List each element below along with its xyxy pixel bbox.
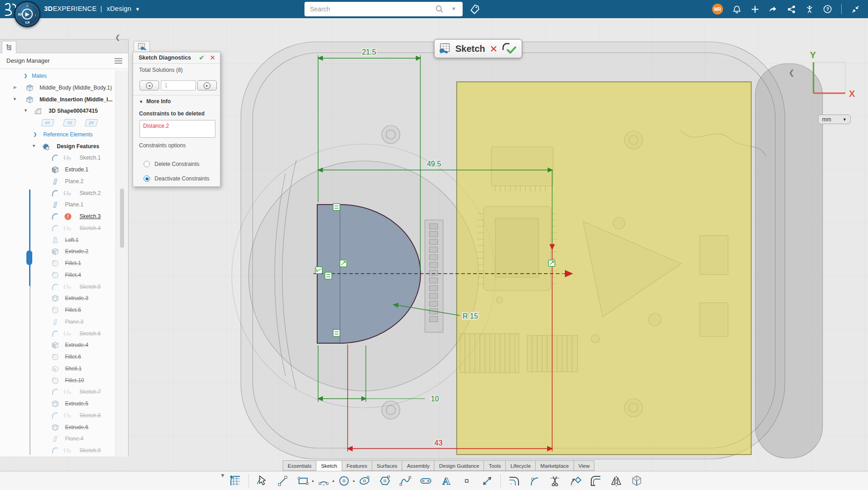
tree-item-sketch-9[interactable]: (-)?Sketch.9 xyxy=(0,445,115,457)
tab-sketch[interactable]: Sketch xyxy=(316,460,341,471)
radio-unchecked-icon[interactable] xyxy=(144,161,150,167)
slot-tool[interactable] xyxy=(419,474,433,488)
fillet-tool[interactable] xyxy=(507,474,521,488)
tree-item-3d-shape00047415[interactable]: ▼3D Shape00047415 xyxy=(0,105,115,117)
tool-dropdown-icon[interactable]: ▲ xyxy=(311,479,314,482)
tab-marketplace[interactable]: Marketplace xyxy=(535,460,574,471)
compass-play-icon[interactable]: ▶ xyxy=(22,9,33,20)
constraint-list-item[interactable]: Distance.2 xyxy=(143,123,169,129)
selected-face-highlight[interactable] xyxy=(457,82,751,455)
next-solution-button[interactable]: ► xyxy=(197,80,217,90)
compass-vr-label[interactable]: V,R xyxy=(25,21,30,24)
tree-item-loft-1[interactable]: Loft.1 xyxy=(0,235,115,246)
compass-3d-label[interactable]: 3D xyxy=(18,13,22,16)
sketch-mode-tool[interactable] xyxy=(228,474,243,488)
plane-xy-icon[interactable]: XY xyxy=(41,119,54,126)
app-name[interactable]: xDesign xyxy=(107,5,132,12)
text-tool[interactable]: A xyxy=(439,474,454,488)
share-icon[interactable] xyxy=(787,5,796,14)
tree-scrollbar[interactable] xyxy=(115,70,128,457)
tree-item-extrude-5[interactable]: Extrude.5 xyxy=(0,398,115,410)
tab-view[interactable]: View xyxy=(574,460,595,471)
panel-menu-icon[interactable] xyxy=(115,58,122,64)
dialog-close-icon[interactable]: ✕ xyxy=(210,54,215,62)
tab-essentials[interactable]: Essentials xyxy=(283,460,316,471)
tree-item-sketch-6[interactable]: (-)?Sketch.6 xyxy=(0,328,115,340)
tag-icon[interactable] xyxy=(469,4,480,15)
tree-item-mates[interactable]: ❯Mates xyxy=(0,70,115,82)
deactivate-constraints-option[interactable]: Deactivate Constraints xyxy=(144,175,210,182)
polygon-tool[interactable] xyxy=(378,474,392,488)
rollback-handle[interactable] xyxy=(26,250,32,265)
constraints-listbox[interactable]: Distance.2 xyxy=(140,120,215,138)
convert-to-3d-tool[interactable] xyxy=(629,474,644,488)
panel-collapse-chevron-icon[interactable]: ❮ xyxy=(115,34,120,41)
tree-item-middle-insertion-middle-i[interactable]: ▼Middle_Insertion (Middle_I... xyxy=(0,94,115,106)
expander-icon[interactable]: ❯ xyxy=(24,73,27,78)
tree-item-extrude-3[interactable]: Extrude.3 xyxy=(0,293,115,305)
sketch-exit-confirm-icon[interactable] xyxy=(501,42,517,55)
tree-item-sketch-3[interactable]: !Sketch.3 xyxy=(0,211,115,223)
previous-solution-button[interactable]: ◄ xyxy=(140,80,159,90)
spline-tool[interactable] xyxy=(398,474,413,488)
minimize-icon[interactable] xyxy=(851,5,860,14)
search-box[interactable]: ▼ xyxy=(304,2,463,16)
tree-item-extrude-4[interactable]: Extrude.4 xyxy=(0,340,115,351)
compass-i-label[interactable]: i xyxy=(35,13,36,17)
toolbar-collapse-chevron-icon[interactable]: ▼ xyxy=(220,472,225,479)
tab-design-guidance[interactable]: Design Guidance xyxy=(434,460,484,471)
search-icon[interactable] xyxy=(435,5,444,13)
ellipse-tool[interactable] xyxy=(357,474,372,488)
plane-yz-icon[interactable]: YZ xyxy=(63,119,76,126)
tree-item-fillet-4[interactable]: Fillet.4 xyxy=(0,270,115,281)
user-avatar[interactable]: MR xyxy=(712,4,723,15)
3dexperience-compass[interactable]: ⅄ 3D i ▶ V,R xyxy=(14,1,40,27)
trim-tool[interactable] xyxy=(548,474,562,488)
dimension-tool[interactable] xyxy=(480,474,494,488)
tree-row-planes[interactable]: XYYZZX xyxy=(0,117,115,129)
tool-dropdown-icon[interactable]: ▲ xyxy=(352,479,355,482)
dialog-confirm-icon[interactable]: ✔ xyxy=(199,54,205,62)
app-chevron-down-icon[interactable]: ▼ xyxy=(135,6,140,12)
expander-icon[interactable]: ❯ xyxy=(33,132,37,137)
tree-item-sketch-2[interactable]: (-)?Sketch.2 xyxy=(0,188,115,200)
plane-zx-icon[interactable]: ZX xyxy=(85,119,98,126)
viewport-3d-scene[interactable]: 21.5 49.5 R 15 10 43 Y X xyxy=(0,0,868,471)
mirror-tool[interactable] xyxy=(609,474,624,488)
tree-item-fillet-5[interactable]: Fillet.5 xyxy=(0,305,115,316)
arc-tool[interactable]: ▲ xyxy=(316,474,331,488)
solution-number-input[interactable] xyxy=(161,80,196,90)
select-tool[interactable] xyxy=(255,474,269,488)
tab-lifecycle[interactable]: Lifecycle xyxy=(505,460,535,471)
tree-item-plane-4[interactable]: Plane.4 xyxy=(0,433,115,445)
circle-tool[interactable]: ▲ xyxy=(337,474,351,488)
tree-item-extrude-2[interactable]: Extrude.2 xyxy=(0,246,115,258)
delete-constraints-option[interactable]: Delete Constraints xyxy=(144,160,200,168)
project-tool[interactable] xyxy=(568,474,583,488)
more-info-toggle[interactable]: ▼More Info xyxy=(139,98,171,105)
tree-item-sketch-8[interactable]: (-)?Sketch.8 xyxy=(0,410,115,422)
tree-item-fillet-10[interactable]: Fillet.10 xyxy=(0,375,115,387)
tab-surfaces[interactable]: Surfaces xyxy=(372,460,402,471)
tree-item-plane-2[interactable]: Plane.2 xyxy=(0,176,115,188)
search-input[interactable] xyxy=(310,2,433,16)
line-tool[interactable] xyxy=(275,474,290,488)
tab-features[interactable]: Features xyxy=(342,460,372,471)
sketch-diagnostics-dialog-tab[interactable] xyxy=(134,41,150,52)
viewport-collapse-chevron-icon[interactable]: ❮ xyxy=(788,68,794,77)
tree-item-extrude-6[interactable]: Extrude.6 xyxy=(0,422,115,434)
tree-item-design-features[interactable]: ▼Design Features xyxy=(0,141,115,153)
radio-checked-icon[interactable] xyxy=(144,175,150,182)
expander-icon[interactable]: ▶ xyxy=(14,85,17,90)
expander-icon[interactable]: ▼ xyxy=(24,108,28,113)
forward-icon[interactable] xyxy=(768,5,778,14)
help-icon[interactable]: ? xyxy=(823,5,832,14)
tree-item-sketch-4[interactable]: (-)?Sketch.4 xyxy=(0,223,115,235)
offset-tool[interactable] xyxy=(589,474,603,488)
plus-icon[interactable] xyxy=(750,5,759,14)
tree-item-shell-1[interactable]: Shell.1 xyxy=(0,363,115,375)
tab-tools[interactable]: Tools xyxy=(484,460,505,471)
compass-north-icon[interactable]: ⅄ xyxy=(26,4,29,8)
extend-tool[interactable] xyxy=(527,474,542,488)
tree-item-sketch-7[interactable]: (-)?Sketch.7 xyxy=(0,386,115,398)
